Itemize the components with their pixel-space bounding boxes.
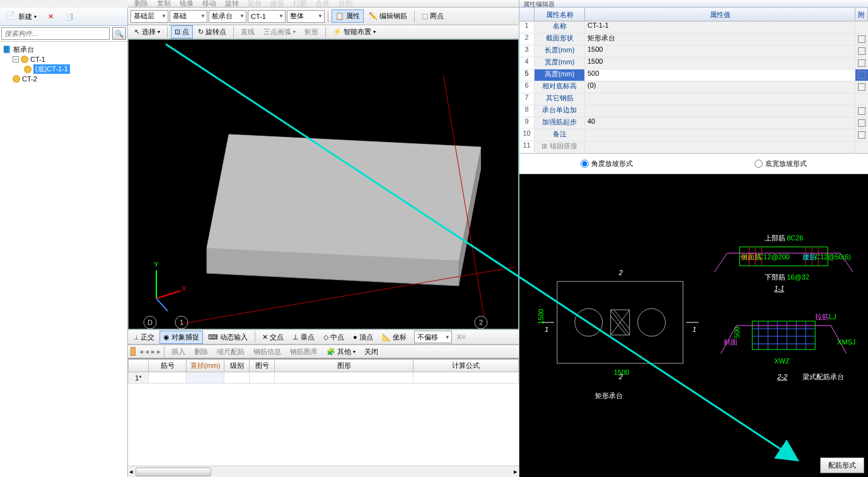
grid-insert: 插入	[168, 345, 189, 358]
property-row[interactable]: 8承台单边加	[519, 105, 868, 117]
radio-width[interactable]: 底宽放坡形式	[755, 159, 807, 168]
svg-text:Y: Y	[154, 261, 159, 268]
rebar-grid: 筋号 直径(mm) 级别 图号 图形 计算公式 1* ◂ ▸	[128, 358, 519, 477]
grid-close[interactable]: 关闭	[361, 345, 382, 358]
search-input[interactable]	[1, 27, 110, 40]
dd-view[interactable]: 整体▼	[287, 10, 325, 23]
grid-handle[interactable]	[130, 347, 136, 356]
search-button[interactable]: 🔍	[112, 27, 126, 40]
svg-text:XWZ: XWZ	[774, 357, 790, 365]
svg-text:8C26: 8C26	[787, 234, 803, 242]
svg-text:斜面: 斜面	[724, 338, 738, 346]
copy-doc-button[interactable]: 📑	[61, 11, 78, 23]
svg-text:下部筋: 下部筋	[765, 273, 785, 281]
3d-viewport[interactable]: Y X D 1 2	[128, 39, 519, 329]
svg-text:1500: 1500	[614, 368, 629, 376]
tree-node-ct2[interactable]: CT-2	[1, 74, 126, 83]
radio-angle[interactable]: 角度放坡形式	[581, 159, 633, 168]
col-shape[interactable]: 图形	[275, 360, 414, 372]
property-header: 属性名称 属性值 附	[519, 8, 868, 21]
rect-tool: 矩形	[301, 25, 322, 38]
slope-mode-radios: 角度放坡形式 底宽放坡形式	[519, 153, 868, 174]
tree-node-ct1-child[interactable]: (底)CT-1-1	[1, 64, 126, 74]
svg-text:2: 2	[618, 269, 623, 276]
h-scrollbar[interactable]: ◂ ▸	[128, 466, 519, 477]
tree-node-ct1[interactable]: −CT-1	[1, 55, 126, 64]
snap-vertex[interactable]: ●顶点	[349, 331, 377, 344]
property-row[interactable]: 7其它钢筋	[519, 93, 868, 105]
arc-tool: 三点画弧▾	[260, 25, 299, 38]
snap-dynamic[interactable]: ⌨动态输入	[204, 331, 252, 344]
property-row[interactable]: 11⊞ 锚固搭接	[519, 141, 868, 153]
svg-point-17	[575, 309, 603, 336]
grid-scale: 缩尺配筋	[213, 345, 248, 358]
two-point-button[interactable]: ⬚两点	[418, 9, 448, 23]
property-row[interactable]: 1名称CT-1-1	[519, 21, 868, 33]
property-row[interactable]: 5高度(mm)500	[519, 69, 868, 81]
property-row[interactable]: 3长度(mm)1500	[519, 45, 868, 57]
line-tool: 直线	[237, 25, 258, 38]
right-panel: 属性编辑器 属性名称 属性值 附 1名称CT-1-12截面形状矩形承台3长度(m…	[519, 0, 868, 477]
svg-text:腰筋: 腰筋	[802, 253, 816, 261]
svg-text:拉筋: 拉筋	[815, 313, 829, 321]
col-fig[interactable]: 图号	[250, 360, 275, 372]
snap-mid[interactable]: ◇中点	[320, 331, 348, 344]
smart-layout-tool[interactable]: ⚡智能布置▾	[329, 25, 379, 38]
svg-text:矩形承台: 矩形承台	[595, 392, 623, 399]
property-row[interactable]: 2截面形状矩形承台	[519, 33, 868, 45]
dd-type[interactable]: 桩承台▼	[209, 10, 246, 23]
snap-coord[interactable]: 📐坐标	[378, 331, 410, 344]
tb-trim: 修剪	[267, 0, 288, 10]
toolbar-row-1: 删除 复制 镜像 移动 旋转 延伸 修剪 打断 合并 分割	[128, 0, 519, 8]
grid-rebar-lib: 钢筋图库	[286, 345, 321, 358]
svg-text:梁式配筋承台: 梁式配筋承台	[802, 373, 844, 380]
new-button[interactable]: 📄新建▾	[3, 9, 40, 23]
property-row[interactable]: 10备注	[519, 129, 868, 141]
section-diagram: 1 1 2 2 矩形承台 1500 1500 上部筋 8C26 侧面筋 C12@…	[519, 174, 868, 477]
left-panel-toolbar: 📄新建▾ ✕ 📑	[0, 8, 127, 26]
col-formula[interactable]: 计算公式	[414, 360, 519, 372]
snap-ortho[interactable]: ⟂正交	[130, 331, 158, 344]
svg-text:2: 2	[479, 319, 483, 326]
rebar-form-button[interactable]: 配筋形式	[820, 457, 864, 473]
property-row[interactable]: 6相对底标高(0)	[519, 81, 868, 93]
dd-component[interactable]: CT-1▼	[248, 10, 286, 23]
col-jh[interactable]: 筋号	[149, 360, 187, 372]
grid-toolbar: ◂ ◂ ▸ ▸ 插入 删除 缩尺配筋 钢筋信息 钢筋图库 🧩其他▾ 关闭	[128, 344, 519, 358]
select-tool[interactable]: ↖选择▾	[130, 25, 164, 38]
svg-marker-1	[207, 134, 481, 261]
svg-text:2-2: 2-2	[777, 373, 787, 380]
grid-other[interactable]: 🧩其他▾	[323, 345, 359, 358]
snap-object[interactable]: ◉对象捕捉	[159, 331, 203, 344]
tb-split: 分割	[335, 0, 356, 10]
svg-text:500: 500	[733, 327, 741, 338]
svg-text:C12@50(6): C12@50(6)	[815, 253, 851, 261]
snap-cross[interactable]: ✕交点	[258, 331, 287, 344]
property-row[interactable]: 9加强筋起步40	[519, 117, 868, 129]
delete-x-button[interactable]: ✕	[44, 11, 57, 23]
property-button[interactable]: 📋属性	[332, 9, 364, 23]
snap-toolbar: ⟂正交 ◉对象捕捉 ⌨动态输入 ✕交点 ⊥垂点 ◇中点 ●顶点 📐坐标 不偏移▼…	[128, 329, 519, 344]
rotate-point-tool[interactable]: ↻旋转点	[194, 25, 230, 38]
table-row[interactable]: 1*	[129, 372, 519, 384]
tb-break: 打断	[289, 0, 311, 10]
svg-text:1: 1	[180, 319, 183, 326]
property-row[interactable]: 4宽度(mm)1500	[519, 57, 868, 69]
svg-line-7	[156, 291, 180, 298]
tree-root[interactable]: 📘桩承台	[1, 44, 126, 55]
snap-perp[interactable]: ⊥垂点	[289, 331, 318, 344]
svg-text:X: X	[182, 285, 187, 292]
grid-delete: 删除	[190, 345, 212, 358]
grid-rebar-info: 钢筋信息	[250, 345, 285, 358]
left-panel: 📄新建▾ ✕ 📑 🔍 📘桩承台 −CT-1 (底)CT-1-1 CT-2	[0, 8, 128, 477]
x-eq-label: X=	[457, 333, 466, 341]
svg-text:D: D	[148, 319, 153, 326]
col-grade[interactable]: 级别	[224, 360, 250, 372]
col-dia[interactable]: 直径(mm)	[187, 360, 224, 372]
offset-dropdown[interactable]: 不偏移▼	[414, 331, 452, 343]
dd-category[interactable]: 基础▼	[170, 10, 207, 23]
svg-point-18	[638, 309, 666, 336]
edit-rebar-button[interactable]: ✏️编辑钢筋	[365, 9, 411, 23]
point-tool[interactable]: ⊡点	[171, 25, 193, 38]
dd-layer[interactable]: 基础层▼	[130, 10, 168, 23]
